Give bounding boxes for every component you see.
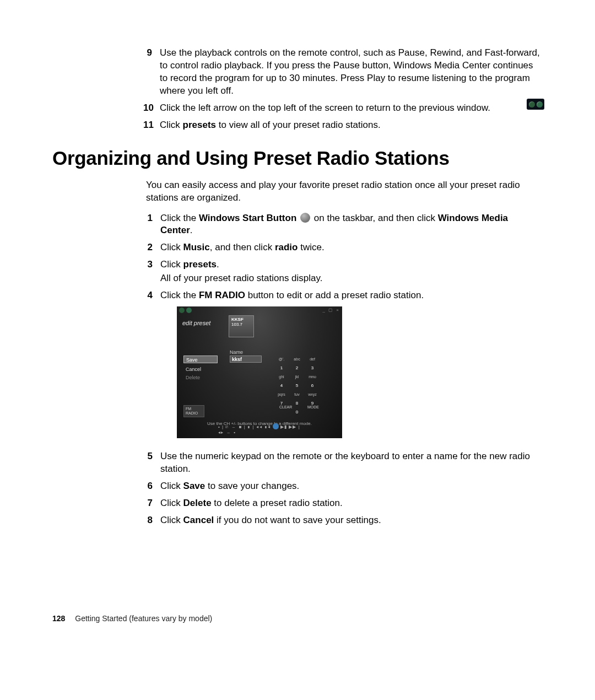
document-page: 9 Use the playback controls on the remot… bbox=[0, 0, 595, 527]
footer-text: Getting Started (features vary by model) bbox=[75, 614, 212, 623]
cancel-button[interactable]: Cancel bbox=[183, 365, 203, 373]
step-number: 11 bbox=[143, 119, 160, 132]
screen-title: edit preset bbox=[182, 319, 210, 327]
preset-tile: KKSF 103.7 bbox=[229, 315, 254, 337]
step-11: 11 Click presets to view all of your pre… bbox=[143, 119, 543, 132]
step-8: 8 Click Cancel if you do not want to sav… bbox=[146, 514, 543, 527]
clear-button[interactable]: CLEAR bbox=[279, 405, 292, 410]
save-button[interactable]: Save bbox=[183, 356, 218, 363]
step-text: Use the numeric keypad on the remote or … bbox=[160, 450, 543, 476]
step-text: Click the Windows Start Button on the ta… bbox=[160, 212, 543, 238]
step-number: 7 bbox=[146, 497, 160, 510]
numbered-steps-list: 1 Click the Windows Start Button on the … bbox=[146, 212, 543, 527]
play-button-icon bbox=[273, 423, 279, 429]
section-intro: You can easily access and play your favo… bbox=[146, 179, 543, 204]
step-text: Use the playback controls on the remote … bbox=[160, 47, 543, 98]
fwd-nav-orb-icon bbox=[186, 308, 192, 313]
step-3: 3 Click presets. All of your preset radi… bbox=[146, 259, 543, 285]
step-9: 9 Use the playback controls on the remot… bbox=[143, 47, 543, 98]
step-text: Click Music, and then click radio twice. bbox=[160, 241, 543, 254]
step-text: Click the left arrow on the top left of … bbox=[160, 102, 543, 115]
continued-steps-list: 9 Use the playback controls on the remot… bbox=[143, 47, 543, 132]
page-number: 128 bbox=[52, 614, 65, 623]
window-controls-icon: _ ▢ × bbox=[322, 308, 340, 314]
nav-back-icon bbox=[527, 99, 544, 110]
step-text: Click presets. All of your preset radio … bbox=[160, 259, 543, 285]
section-heading: Organizing and Using Preset Radio Statio… bbox=[52, 147, 543, 169]
step-5: 5 Use the numeric keypad on the remote o… bbox=[146, 450, 543, 476]
step-text: Click Cancel if you do not want to save … bbox=[160, 514, 543, 527]
step-text: Click the FM RADIO button to edit or add… bbox=[160, 289, 543, 446]
step-7: 7 Click Delete to delete a preset radio … bbox=[146, 497, 543, 510]
step-number: 1 bbox=[146, 212, 160, 238]
name-label: Name bbox=[230, 349, 243, 356]
media-center-screenshot: _ ▢ × edit preset KKSF 103.7 Name kksf S… bbox=[177, 306, 342, 438]
step-1: 1 Click the Windows Start Button on the … bbox=[146, 212, 543, 238]
mode-button[interactable]: MODE bbox=[307, 405, 319, 410]
windows-start-orb-icon bbox=[300, 213, 310, 223]
name-input[interactable]: kksf bbox=[230, 356, 262, 363]
step-2: 2 Click Music, and then click radio twic… bbox=[146, 241, 543, 254]
step-text: Click presets to view all of your preset… bbox=[160, 119, 543, 132]
delete-button[interactable]: Delete bbox=[183, 374, 202, 381]
step-number: 10 bbox=[143, 102, 160, 115]
page-footer: 128 Getting Started (features vary by mo… bbox=[52, 614, 212, 623]
fm-radio-button[interactable]: FM RADIO bbox=[183, 405, 204, 417]
step-text: Click Save to save your changes. bbox=[160, 480, 543, 493]
step-6: 6 Click Save to save your changes. bbox=[146, 480, 543, 493]
step-number: 4 bbox=[146, 289, 160, 446]
step-number: 2 bbox=[146, 241, 160, 254]
back-nav-orb-icon bbox=[179, 308, 185, 313]
step-number: 6 bbox=[146, 480, 160, 493]
step-4: 4 Click the FM RADIO button to edit or a… bbox=[146, 289, 543, 446]
step-10: 10 Click the left arrow on the top left … bbox=[143, 102, 543, 115]
transport-bar[interactable]: • | ⎚ – ■ | ▮ | ◀◀ ▮◀ ▶▮ ▶▶ | ◂▸ – • bbox=[218, 423, 301, 437]
step-text: Click Delete to delete a preset radio st… bbox=[160, 497, 543, 510]
step-number: 9 bbox=[143, 47, 160, 98]
step-number: 8 bbox=[146, 514, 160, 527]
step-number: 3 bbox=[146, 259, 160, 285]
step-number: 5 bbox=[146, 450, 160, 476]
